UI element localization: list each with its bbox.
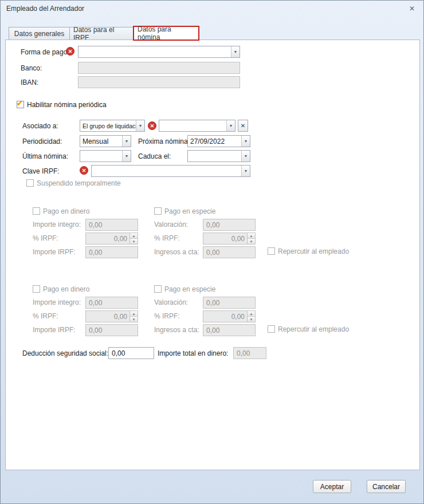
close-icon[interactable]: ✕: [407, 4, 417, 13]
asociado-tipo-value: El grupo de liquidación: [80, 120, 136, 131]
importe-irpf-label: Importe IRPF:: [33, 248, 76, 257]
forma-de-pago-label: Forma de pago:: [21, 48, 69, 57]
habilitar-checkbox[interactable]: ✔: [17, 101, 24, 108]
asociado-error-icon: ✕: [148, 121, 156, 130]
importe-integro-label: Importe integro:: [33, 298, 81, 307]
asociado-valor-value: [159, 120, 226, 131]
valoracion-field: 0,00: [203, 297, 256, 309]
chevron-down-icon[interactable]: ▼: [241, 151, 250, 162]
banco-field: [78, 62, 240, 74]
pago-dinero-label: Pago en dinero: [43, 207, 89, 216]
forma-de-pago-value: [78, 46, 231, 57]
ingresos-cta-field: 0,00: [203, 246, 256, 258]
pct-irpf-label: % IRPF:: [33, 312, 58, 321]
importe-integro-field: 0,00: [85, 297, 138, 309]
spin-down-icon: ▼: [130, 316, 138, 322]
check-icon: ✔: [17, 99, 23, 108]
ingresos-cta-label: Ingresos a cta:: [154, 326, 199, 334]
ingresos-cta-label: Ingresos a cta:: [154, 248, 199, 257]
forma-de-pago-select[interactable]: ▼: [78, 46, 240, 58]
pct-irpf-spinner: 0,00 ▲▼: [85, 310, 138, 322]
pago-especie-checkbox[interactable]: ✔: [154, 285, 162, 293]
valoracion-label: Valoración:: [154, 298, 188, 307]
chevron-down-icon[interactable]: ▼: [136, 120, 144, 131]
asociado-tipo-select[interactable]: El grupo de liquidación ▼: [80, 120, 145, 132]
iban-field: [78, 76, 240, 88]
importe-irpf-field: 0,00: [85, 246, 138, 258]
clear-asociado-button[interactable]: ✕: [238, 120, 248, 132]
pago-dinero-checkbox[interactable]: ✔: [33, 285, 40, 293]
deduccion-label: Deducción seguridad social:: [22, 349, 108, 358]
spin-down-icon: ▼: [248, 316, 255, 322]
spin-up-icon: ▲: [248, 233, 255, 238]
tab-datos-irpf[interactable]: Datos para el IRPF: [69, 27, 134, 40]
tab-datos-generales[interactable]: Datos generales: [9, 27, 70, 40]
valoracion-field: 0,00: [203, 219, 256, 231]
pct-irpf-value: 0,00: [203, 311, 247, 322]
clave-irpf-error-icon: ✕: [80, 166, 88, 175]
pct-irpf-spinner: 0,00 ▲▼: [203, 310, 256, 322]
ultima-nomina-value: [80, 151, 122, 162]
clear-icon: ✕: [241, 123, 245, 129]
pct-irpf-label: % IRPF:: [154, 234, 180, 243]
pago-dinero-checkbox[interactable]: ✔: [33, 207, 40, 215]
pct-irpf-spinner: 0,00 ▲▼: [85, 233, 138, 245]
deduccion-input[interactable]: 0,00: [108, 347, 154, 359]
titlebar[interactable]: Empleado del Arrendador ✕: [1, 1, 423, 17]
window-title: Empleado del Arrendador: [6, 5, 84, 13]
periodicidad-value: Mensual: [80, 136, 122, 147]
chevron-down-icon[interactable]: ▼: [122, 151, 131, 162]
chevron-down-icon[interactable]: ▼: [122, 136, 131, 147]
importe-irpf-field: 0,00: [85, 324, 138, 336]
importe-integro-label: Importe integro:: [33, 220, 81, 229]
spin-down-icon: ▼: [130, 238, 138, 244]
pago-especie-checkbox[interactable]: ✔: [154, 207, 162, 215]
asociado-label: Asociado a:: [22, 122, 58, 131]
clave-irpf-select[interactable]: ▼: [91, 165, 250, 177]
chevron-down-icon[interactable]: ▼: [241, 136, 250, 147]
spin-up-icon: ▲: [130, 311, 138, 316]
pct-irpf-value: 0,00: [203, 233, 247, 244]
aceptar-label: Aceptar: [320, 483, 344, 491]
aceptar-button[interactable]: Aceptar: [313, 480, 351, 493]
asociado-valor-select[interactable]: ▼: [159, 120, 235, 132]
cancelar-button[interactable]: Cancelar: [367, 480, 406, 493]
caduca-el-label: Caduca el:: [138, 152, 171, 161]
repercutir-label: Repercutir al empleado: [278, 247, 349, 256]
pago-especie-label: Pago en especie: [164, 207, 215, 216]
periodicidad-select[interactable]: Mensual ▼: [80, 135, 131, 147]
dialog-empleado-arrendador: Empleado del Arrendador ✕ Datos generale…: [0, 0, 424, 504]
clave-irpf-label: Clave IRPF:: [22, 167, 60, 176]
iban-label: IBAN:: [21, 78, 38, 87]
caduca-el-datepicker[interactable]: ▼: [187, 150, 250, 162]
valoracion-label: Valoración:: [154, 220, 188, 229]
repercutir-checkbox[interactable]: ✔: [268, 325, 275, 333]
pago-dinero-label: Pago en dinero: [43, 285, 89, 294]
proxima-nomina-label: Próxima nómina:: [138, 137, 190, 146]
pct-irpf-spinner: 0,00 ▲▼: [203, 233, 256, 245]
pago-especie-label: Pago en especie: [164, 285, 215, 294]
chevron-down-icon[interactable]: ▼: [241, 166, 250, 176]
clave-irpf-value: [92, 166, 241, 176]
tab-label: Datos generales: [14, 30, 64, 38]
ultima-nomina-datepicker[interactable]: ▼: [80, 150, 131, 162]
suspendido-checkbox[interactable]: ✔: [26, 179, 34, 187]
tab-label: Datos para nómina: [138, 25, 195, 41]
proxima-nomina-value: 27/09/2022: [188, 136, 241, 147]
repercutir-checkbox[interactable]: ✔: [268, 247, 275, 255]
repercutir-label: Repercutir al empleado: [278, 325, 349, 334]
cancelar-label: Cancelar: [372, 483, 400, 491]
importe-total-field: 0,00: [233, 347, 266, 359]
chevron-down-icon[interactable]: ▼: [226, 120, 235, 131]
suspendido-label: Suspendido temporalmente: [37, 179, 121, 188]
spin-up-icon: ▲: [248, 311, 255, 316]
periodicidad-label: Periodicidad:: [22, 137, 62, 146]
proxima-nomina-datepicker[interactable]: 27/09/2022 ▼: [187, 135, 250, 147]
pct-irpf-label: % IRPF:: [33, 234, 58, 243]
chevron-down-icon[interactable]: ▼: [231, 46, 240, 57]
importe-total-label: Importe total en dinero:: [158, 349, 228, 358]
pct-irpf-label: % IRPF:: [154, 312, 180, 321]
importe-integro-field: 0,00: [85, 219, 138, 231]
tab-datos-nomina[interactable]: Datos para nómina: [133, 26, 199, 41]
ultima-nomina-label: Última nómina:: [22, 152, 68, 161]
